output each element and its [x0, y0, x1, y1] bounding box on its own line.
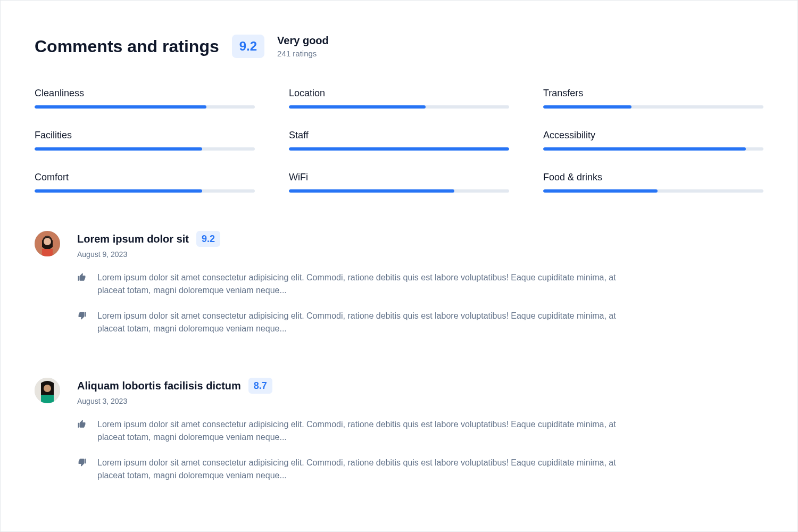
rating-bar-track — [289, 189, 509, 193]
review-negative: Lorem ipsum dolor sit amet consectetur a… — [77, 456, 763, 482]
rating-bar-wifi: WiFi — [289, 172, 509, 193]
thumbs-up-icon — [77, 418, 90, 444]
rating-bar-fill — [543, 105, 631, 109]
ratings-header: Comments and ratings 9.2 Very good 241 r… — [35, 35, 763, 58]
rating-bar-staff: Staff — [289, 130, 509, 151]
review-positive: Lorem ipsum dolor sit amet consectetur a… — [77, 271, 763, 297]
avatar — [35, 378, 60, 403]
review-date: August 9, 2023 — [77, 250, 763, 259]
rating-bar-label: Food & drinks — [543, 172, 763, 183]
rating-bar-fill — [35, 189, 202, 193]
review-negative-text: Lorem ipsum dolor sit amet consectetur a… — [97, 310, 619, 335]
rating-bar-label: Staff — [289, 130, 509, 141]
rating-bar-facilities: Facilities — [35, 130, 255, 151]
review-item: Aliquam lobortis facilisis dictum 8.7 Au… — [35, 378, 763, 495]
rating-bar-label: Facilities — [35, 130, 255, 141]
rating-bars-grid: Cleanliness Location Transfers Facilitie… — [35, 88, 763, 193]
review-head: Lorem ipsum dolor sit 9.2 — [77, 231, 763, 247]
rating-bar-fill — [289, 147, 509, 151]
review-title: Lorem ipsum dolor sit — [77, 233, 189, 245]
svg-rect-6 — [41, 395, 54, 403]
rating-bar-label: Comfort — [35, 172, 255, 183]
rating-bar-track — [289, 147, 509, 151]
svg-rect-3 — [42, 249, 53, 256]
thumbs-up-icon — [77, 271, 90, 297]
review-positive-text: Lorem ipsum dolor sit amet consectetur a… — [97, 418, 619, 444]
review-body: Lorem ipsum dolor sit 9.2 August 9, 2023… — [77, 231, 763, 348]
rating-bar-track — [543, 147, 763, 151]
rating-bar-track — [289, 105, 509, 109]
review-body: Aliquam lobortis facilisis dictum 8.7 Au… — [77, 378, 763, 495]
rating-bar-label: Cleanliness — [35, 88, 255, 99]
rating-bar-track — [35, 189, 255, 193]
review-date: August 3, 2023 — [77, 397, 763, 405]
thumbs-down-icon — [77, 456, 90, 482]
rating-bar-track — [543, 105, 763, 109]
review-title: Aliquam lobortis facilisis dictum — [77, 380, 241, 392]
review-negative: Lorem ipsum dolor sit amet consectetur a… — [77, 310, 763, 335]
review-item: Lorem ipsum dolor sit 9.2 August 9, 2023… — [35, 231, 763, 348]
rating-bar-label: Accessibility — [543, 130, 763, 141]
review-negative-text: Lorem ipsum dolor sit amet consectetur a… — [97, 456, 619, 482]
review-score-badge: 9.2 — [196, 231, 220, 247]
page-title: Comments and ratings — [35, 37, 219, 56]
review-positive-text: Lorem ipsum dolor sit amet consectetur a… — [97, 271, 619, 297]
rating-bar-label: Transfers — [543, 88, 763, 99]
ratings-count: 241 ratings — [277, 49, 329, 58]
rating-bar-track — [543, 189, 763, 193]
rating-bar-track — [35, 105, 255, 109]
rating-bar-fill — [289, 105, 426, 109]
rating-bar-fill — [35, 105, 206, 109]
avatar-icon — [35, 231, 60, 256]
rating-bar-fill — [289, 189, 454, 193]
rating-bar-transfers: Transfers — [543, 88, 763, 109]
reviews-list: Lorem ipsum dolor sit 9.2 August 9, 2023… — [35, 231, 763, 495]
review-score-badge: 8.7 — [248, 378, 272, 394]
overall-score-badge: 9.2 — [232, 35, 264, 58]
rating-bar-location: Location — [289, 88, 509, 109]
rating-bar-label: WiFi — [289, 172, 509, 183]
rating-bar-track — [35, 147, 255, 151]
rating-bar-food-drinks: Food & drinks — [543, 172, 763, 193]
rating-bar-fill — [543, 147, 746, 151]
review-positive: Lorem ipsum dolor sit amet consectetur a… — [77, 418, 763, 444]
rating-bar-comfort: Comfort — [35, 172, 255, 193]
svg-point-5 — [44, 385, 51, 392]
svg-point-2 — [44, 238, 51, 245]
avatar — [35, 231, 60, 256]
avatar-icon — [35, 378, 60, 403]
overall-summary: Very good 241 ratings — [277, 35, 329, 58]
rating-bar-cleanliness: Cleanliness — [35, 88, 255, 109]
rating-bar-fill — [35, 147, 202, 151]
rating-bar-accessibility: Accessibility — [543, 130, 763, 151]
overall-summary-label: Very good — [277, 35, 329, 47]
rating-bar-label: Location — [289, 88, 509, 99]
rating-bar-fill — [543, 189, 658, 193]
review-head: Aliquam lobortis facilisis dictum 8.7 — [77, 378, 763, 394]
thumbs-down-icon — [77, 310, 90, 335]
